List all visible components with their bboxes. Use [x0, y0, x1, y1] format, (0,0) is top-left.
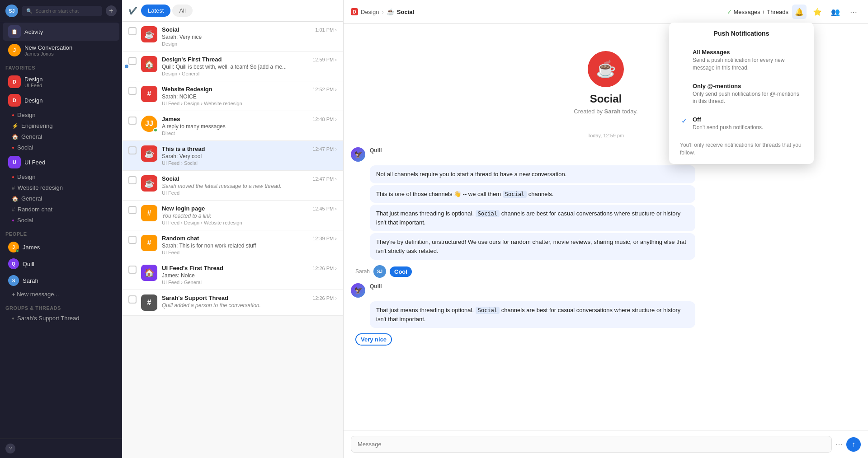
- thread-checkbox[interactable]: [128, 27, 137, 35]
- uifeed-social-label: Social: [17, 217, 33, 224]
- new-message-label: + New message...: [12, 291, 59, 298]
- sidebar-item-new-conversation[interactable]: J New Conversation James Jonas: [3, 41, 119, 59]
- members-button[interactable]: 👥: [828, 5, 843, 19]
- notifications-button[interactable]: 🔔: [792, 5, 807, 19]
- thread-avatar: #: [141, 294, 157, 311]
- online-indicator: [153, 128, 158, 132]
- more-button[interactable]: ⋯: [846, 5, 861, 19]
- quill-avatar: Q: [8, 258, 19, 269]
- social-dot: ●: [12, 145, 14, 150]
- sidebar-footer: ?: [0, 439, 122, 458]
- new-conv-label: New Conversation: [24, 44, 72, 51]
- push-dropdown-title: Push Notifications: [676, 30, 807, 37]
- random-chat-label: Random chat: [18, 206, 52, 213]
- thread-item[interactable]: 🏠 UI Feed's First Thread 12:26 PM › Jame…: [122, 260, 343, 290]
- filter-latest[interactable]: Latest: [141, 5, 170, 17]
- message-bubble: Not all channels require you to start a …: [370, 165, 695, 183]
- reaction-row: Sarah SJ Cool: [351, 265, 861, 278]
- push-notifications-dropdown: Push Notifications All Messages Send a p…: [669, 23, 814, 164]
- push-option-mentions[interactable]: Only @-mentions Only send push notificat…: [676, 78, 807, 110]
- filter-tabs: Latest All: [141, 5, 193, 17]
- website-redesign-label: Website redesign: [18, 184, 63, 191]
- quill-quote-avatar: 🦅: [351, 283, 365, 298]
- sidebar-item-james[interactable]: J James: [3, 239, 119, 255]
- sidebar-item-sarah[interactable]: S Sarah: [3, 272, 119, 289]
- thread-checkbox[interactable]: [128, 236, 137, 244]
- thread-time: 12:26 PM ›: [312, 266, 337, 271]
- website-hash: #: [12, 185, 15, 191]
- thread-item[interactable]: ☕ This is a thread 12:47 PM › Sarah: Ver…: [122, 141, 343, 171]
- james-label: James: [23, 244, 40, 251]
- sidebar-item-favorites-design[interactable]: D Design UI Feed: [3, 73, 119, 91]
- engineering-label: Engineering: [21, 122, 52, 129]
- send-button[interactable]: ↑: [846, 437, 861, 452]
- thread-item[interactable]: ☕ Social 1:01 PM › Sarah: Very nice Desi…: [122, 22, 343, 51]
- sidebar-item-sarahs-support[interactable]: ● Sarah's Support Thread: [3, 313, 119, 323]
- message-input[interactable]: [351, 436, 832, 453]
- unread-indicator: [125, 65, 128, 68]
- sj-reaction-avatar: SJ: [373, 265, 386, 278]
- thread-item[interactable]: # New login page 12:45 PM › You reacted …: [122, 201, 343, 230]
- sidebar-new-message[interactable]: + New message...: [3, 289, 119, 299]
- thread-avatar: 🏠: [141, 56, 157, 72]
- sidebar-channel-design[interactable]: ● Design: [3, 110, 119, 120]
- thread-checkbox[interactable]: [128, 117, 137, 125]
- favorites-design-sub: UI Feed: [24, 83, 42, 88]
- thread-checkbox[interactable]: [128, 206, 137, 214]
- filter-all[interactable]: All: [172, 5, 192, 17]
- sidebar-channel-website-redesign[interactable]: # Website redesign: [3, 182, 119, 193]
- thread-checkbox[interactable]: [128, 57, 137, 65]
- sidebar-channel-uifeed-social[interactable]: ● Social: [3, 215, 119, 225]
- quill-quote-group: 🦅 Quill That just means threading is opt…: [351, 283, 861, 328]
- search-bar[interactable]: 🔍 Search or start chat: [22, 6, 102, 16]
- sidebar-channel-engineering[interactable]: ⚡ Engineering: [3, 121, 119, 131]
- sidebar-channel-social[interactable]: ● Social: [3, 142, 119, 153]
- help-button[interactable]: ?: [5, 444, 15, 453]
- sidebar-item-quill[interactable]: Q Quill: [3, 256, 119, 272]
- social-emoji-breadcrumb: ☕: [387, 8, 394, 15]
- thread-checkbox[interactable]: [128, 146, 137, 154]
- star-button[interactable]: ⭐: [810, 5, 825, 19]
- sidebar-channel-general[interactable]: 🏠 General: [3, 131, 119, 142]
- thread-avatar: ☕: [141, 26, 157, 42]
- sidebar-item-activity[interactable]: 📋 Activity: [3, 23, 119, 41]
- thread-item[interactable]: # Website Redesign 12:52 PM › Sarah: NOI…: [122, 81, 343, 111]
- thread-time: 12:39 PM ›: [312, 236, 337, 241]
- thread-item[interactable]: # Random chat 12:39 PM › Sarah: This is …: [122, 230, 343, 260]
- user-avatar[interactable]: SJ: [5, 5, 18, 17]
- add-button[interactable]: +: [106, 5, 117, 16]
- sidebar-item-uifeed-workspace[interactable]: U UI Feed: [3, 153, 119, 171]
- thread-preview: Quill: Quill is best with, well, a team!…: [162, 64, 337, 70]
- push-option-off[interactable]: ✓ Off Don't send push notifications.: [676, 112, 807, 136]
- thread-checkbox[interactable]: [128, 295, 137, 304]
- uifeed-social-dot: ●: [12, 218, 14, 223]
- thread-item[interactable]: ☕ Social 12:47 PM › Sarah moved the late…: [122, 171, 343, 201]
- thread-name: Random chat: [162, 235, 199, 242]
- thread-checkbox[interactable]: [128, 266, 137, 274]
- thread-item[interactable]: # Sarah's Support Thread 12:26 PM › Quil…: [122, 290, 343, 316]
- very-nice-reaction[interactable]: Very nice: [355, 333, 392, 346]
- activity-label: Activity: [24, 28, 43, 35]
- sidebar-item-design-workspace[interactable]: D Design: [3, 91, 119, 109]
- cool-reaction[interactable]: Cool: [390, 266, 412, 277]
- thread-time: 12:59 PM ›: [312, 57, 337, 62]
- thread-avatar: #: [141, 86, 157, 102]
- favorites-design-icon: D: [8, 75, 21, 88]
- thread-path: UI Feed › Design › Website redesign: [162, 101, 337, 106]
- ellipsis-button[interactable]: ⋯: [835, 440, 843, 449]
- sidebar-channel-uifeed-general[interactable]: 🏠 General: [3, 193, 119, 204]
- thread-item[interactable]: 🏠 Design's First Thread 12:59 PM › Quill…: [122, 51, 343, 81]
- thread-checkbox[interactable]: [128, 87, 137, 95]
- breadcrumb: D Design › ☕ Social: [351, 8, 723, 15]
- thread-item[interactable]: JJ James 12:48 PM › A reply to many mess…: [122, 111, 343, 141]
- people-header: People: [0, 226, 122, 238]
- thread-name: James: [162, 116, 180, 122]
- thread-checkbox[interactable]: [128, 176, 137, 184]
- quill-message-avatar: 🦅: [351, 147, 365, 162]
- sidebar-channel-random-chat[interactable]: # Random chat: [3, 204, 119, 215]
- push-option-all[interactable]: All Messages Send a push notification fo…: [676, 44, 807, 76]
- sarah-label: Sarah: [23, 277, 38, 284]
- main-content: D Design › ☕ Social ✓ Messages + Threads…: [344, 0, 868, 458]
- sidebar-channel-uifeed-design[interactable]: ● Design: [3, 172, 119, 182]
- thread-time: 12:48 PM ›: [312, 117, 337, 122]
